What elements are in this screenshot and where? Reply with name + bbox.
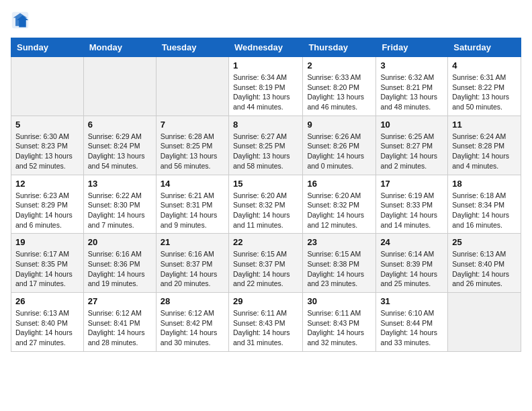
day-info: Sunrise: 6:34 AMSunset: 8:19 PMDaylight:… — [233, 73, 298, 112]
day-info: Sunrise: 6:20 AMSunset: 8:32 PMDaylight:… — [307, 191, 371, 230]
day-info: Sunrise: 6:14 AMSunset: 8:39 PMDaylight:… — [380, 249, 443, 289]
calendar-cell: 15Sunrise: 6:20 AMSunset: 8:32 PMDayligh… — [228, 175, 302, 234]
day-number: 17 — [380, 179, 443, 189]
calendar-cell: 7Sunrise: 6:28 AMSunset: 8:25 PMDaylight… — [156, 116, 228, 175]
day-info: Sunrise: 6:21 AMSunset: 8:31 PMDaylight:… — [161, 191, 224, 230]
day-number: 11 — [452, 120, 517, 130]
weekday-header-friday: Friday — [376, 38, 448, 57]
day-info: Sunrise: 6:33 AMSunset: 8:20 PMDaylight:… — [307, 73, 371, 112]
day-info: Sunrise: 6:28 AMSunset: 8:25 PMDaylight:… — [161, 132, 224, 171]
calendar-cell: 25Sunrise: 6:13 AMSunset: 8:40 PMDayligh… — [448, 234, 521, 293]
calendar-cell: 6Sunrise: 6:29 AMSunset: 8:24 PMDaylight… — [83, 116, 156, 175]
calendar-week-row: 19Sunrise: 6:17 AMSunset: 8:35 PMDayligh… — [11, 234, 521, 293]
calendar-cell: 5Sunrise: 6:30 AMSunset: 8:23 PMDaylight… — [11, 116, 84, 175]
day-number: 30 — [307, 296, 371, 306]
day-number: 1 — [233, 60, 298, 71]
calendar-cell: 31Sunrise: 6:10 AMSunset: 8:44 PMDayligh… — [376, 293, 448, 352]
day-number: 6 — [88, 120, 152, 130]
day-info: Sunrise: 6:13 AMSunset: 8:40 PMDaylight:… — [452, 249, 517, 289]
day-number: 28 — [161, 296, 224, 306]
calendar-cell: 12Sunrise: 6:23 AMSunset: 8:29 PMDayligh… — [11, 175, 84, 234]
day-number: 24 — [380, 237, 443, 247]
day-info: Sunrise: 6:13 AMSunset: 8:40 PMDaylight:… — [15, 308, 79, 348]
calendar-cell: 22Sunrise: 6:15 AMSunset: 8:37 PMDayligh… — [228, 234, 302, 293]
day-number: 27 — [88, 296, 152, 306]
calendar-cell: 11Sunrise: 6:24 AMSunset: 8:28 PMDayligh… — [448, 116, 521, 175]
day-info: Sunrise: 6:25 AMSunset: 8:27 PMDaylight:… — [380, 132, 443, 171]
day-number: 21 — [161, 237, 224, 247]
calendar-cell: 3Sunrise: 6:32 AMSunset: 8:21 PMDaylight… — [376, 57, 448, 116]
day-number: 23 — [307, 237, 371, 247]
day-info: Sunrise: 6:15 AMSunset: 8:37 PMDaylight:… — [233, 249, 298, 289]
calendar-cell: 10Sunrise: 6:25 AMSunset: 8:27 PMDayligh… — [376, 116, 448, 175]
day-number: 13 — [88, 179, 152, 189]
day-info: Sunrise: 6:11 AMSunset: 8:43 PMDaylight:… — [233, 308, 298, 348]
day-number: 15 — [233, 179, 298, 189]
calendar-header-row: SundayMondayTuesdayWednesdayThursdayFrid… — [11, 38, 521, 57]
calendar-cell — [11, 57, 84, 116]
calendar-cell: 26Sunrise: 6:13 AMSunset: 8:40 PMDayligh… — [11, 293, 84, 352]
calendar-cell: 27Sunrise: 6:12 AMSunset: 8:41 PMDayligh… — [83, 293, 156, 352]
calendar-cell: 21Sunrise: 6:16 AMSunset: 8:37 PMDayligh… — [156, 234, 228, 293]
calendar-cell: 8Sunrise: 6:27 AMSunset: 8:25 PMDaylight… — [228, 116, 302, 175]
calendar-cell — [83, 57, 156, 116]
day-info: Sunrise: 6:29 AMSunset: 8:24 PMDaylight:… — [88, 132, 152, 171]
weekday-header-sunday: Sunday — [11, 38, 84, 57]
day-number: 12 — [15, 179, 79, 189]
day-info: Sunrise: 6:15 AMSunset: 8:38 PMDaylight:… — [307, 249, 371, 289]
day-info: Sunrise: 6:30 AMSunset: 8:23 PMDaylight:… — [15, 132, 79, 171]
weekday-header-saturday: Saturday — [448, 38, 521, 57]
weekday-header-tuesday: Tuesday — [156, 38, 228, 57]
calendar-week-row: 12Sunrise: 6:23 AMSunset: 8:29 PMDayligh… — [11, 175, 521, 234]
day-number: 10 — [380, 120, 443, 130]
calendar-cell: 17Sunrise: 6:19 AMSunset: 8:33 PMDayligh… — [376, 175, 448, 234]
day-number: 9 — [307, 120, 371, 130]
calendar-cell: 19Sunrise: 6:17 AMSunset: 8:35 PMDayligh… — [11, 234, 84, 293]
calendar-week-row: 26Sunrise: 6:13 AMSunset: 8:40 PMDayligh… — [11, 293, 521, 352]
day-info: Sunrise: 6:10 AMSunset: 8:44 PMDaylight:… — [380, 308, 443, 348]
weekday-header-monday: Monday — [83, 38, 156, 57]
calendar-week-row: 1Sunrise: 6:34 AMSunset: 8:19 PMDaylight… — [11, 57, 521, 116]
calendar-cell — [156, 57, 228, 116]
calendar-cell: 30Sunrise: 6:11 AMSunset: 8:43 PMDayligh… — [303, 293, 376, 352]
calendar-cell: 9Sunrise: 6:26 AMSunset: 8:26 PMDaylight… — [303, 116, 376, 175]
day-info: Sunrise: 6:19 AMSunset: 8:33 PMDaylight:… — [380, 191, 443, 230]
day-info: Sunrise: 6:16 AMSunset: 8:36 PMDaylight:… — [88, 249, 152, 289]
page-header — [11, 11, 521, 30]
logo — [11, 11, 32, 30]
day-number: 25 — [452, 237, 517, 247]
day-number: 7 — [161, 120, 224, 130]
day-info: Sunrise: 6:16 AMSunset: 8:37 PMDaylight:… — [161, 249, 224, 289]
calendar-cell: 16Sunrise: 6:20 AMSunset: 8:32 PMDayligh… — [303, 175, 376, 234]
day-info: Sunrise: 6:23 AMSunset: 8:29 PMDaylight:… — [15, 191, 79, 230]
day-number: 22 — [233, 237, 298, 247]
calendar-cell: 2Sunrise: 6:33 AMSunset: 8:20 PMDaylight… — [303, 57, 376, 116]
calendar-cell: 1Sunrise: 6:34 AMSunset: 8:19 PMDaylight… — [228, 57, 302, 116]
day-info: Sunrise: 6:12 AMSunset: 8:41 PMDaylight:… — [88, 308, 152, 348]
calendar-cell: 23Sunrise: 6:15 AMSunset: 8:38 PMDayligh… — [303, 234, 376, 293]
day-number: 5 — [15, 120, 79, 130]
day-info: Sunrise: 6:26 AMSunset: 8:26 PMDaylight:… — [307, 132, 371, 171]
logo-icon — [11, 11, 30, 30]
day-number: 14 — [161, 179, 224, 189]
calendar-cell — [448, 293, 521, 352]
day-info: Sunrise: 6:11 AMSunset: 8:43 PMDaylight:… — [307, 308, 371, 348]
day-info: Sunrise: 6:22 AMSunset: 8:30 PMDaylight:… — [88, 191, 152, 230]
day-info: Sunrise: 6:24 AMSunset: 8:28 PMDaylight:… — [452, 132, 517, 171]
day-number: 29 — [233, 296, 298, 306]
calendar-week-row: 5Sunrise: 6:30 AMSunset: 8:23 PMDaylight… — [11, 116, 521, 175]
calendar-cell: 14Sunrise: 6:21 AMSunset: 8:31 PMDayligh… — [156, 175, 228, 234]
calendar-cell: 28Sunrise: 6:12 AMSunset: 8:42 PMDayligh… — [156, 293, 228, 352]
calendar-cell: 4Sunrise: 6:31 AMSunset: 8:22 PMDaylight… — [448, 57, 521, 116]
weekday-header-thursday: Thursday — [303, 38, 376, 57]
weekday-header-wednesday: Wednesday — [228, 38, 302, 57]
calendar-table: SundayMondayTuesdayWednesdayThursdayFrid… — [11, 38, 521, 352]
day-number: 31 — [380, 296, 443, 306]
day-info: Sunrise: 6:20 AMSunset: 8:32 PMDaylight:… — [233, 191, 298, 230]
day-info: Sunrise: 6:17 AMSunset: 8:35 PMDaylight:… — [15, 249, 79, 289]
calendar-cell: 13Sunrise: 6:22 AMSunset: 8:30 PMDayligh… — [83, 175, 156, 234]
day-number: 3 — [380, 60, 443, 71]
calendar-cell: 29Sunrise: 6:11 AMSunset: 8:43 PMDayligh… — [228, 293, 302, 352]
calendar-cell: 20Sunrise: 6:16 AMSunset: 8:36 PMDayligh… — [83, 234, 156, 293]
day-info: Sunrise: 6:18 AMSunset: 8:34 PMDaylight:… — [452, 191, 517, 230]
